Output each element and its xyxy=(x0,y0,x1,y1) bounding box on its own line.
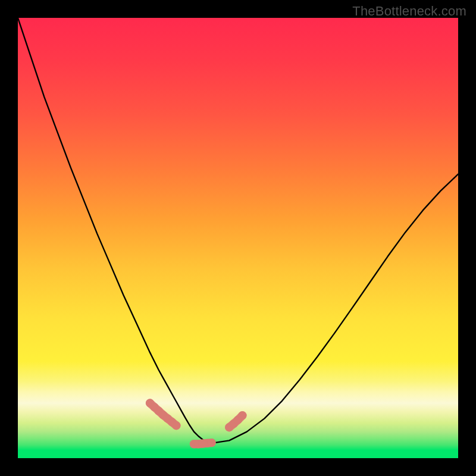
gradient-background xyxy=(18,18,458,458)
chart-frame: TheBottleneck.com xyxy=(0,0,476,476)
dip-highlight-dot xyxy=(238,411,246,419)
dip-highlight-dot xyxy=(207,439,215,447)
bottleneck-chart xyxy=(18,18,458,458)
dip-highlight-dot xyxy=(172,421,180,430)
plot-area xyxy=(18,18,458,458)
watermark-text: TheBottleneck.com xyxy=(352,4,466,19)
